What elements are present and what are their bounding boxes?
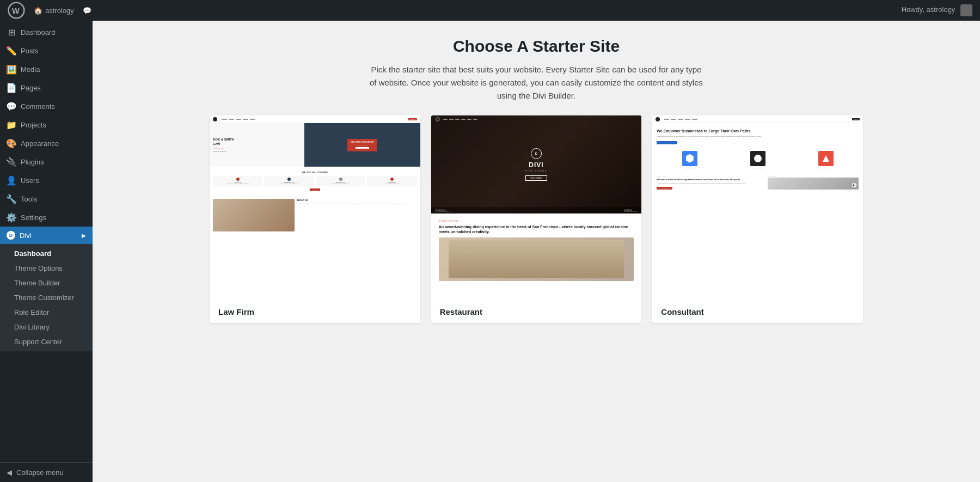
user-avatar <box>960 4 972 16</box>
divi-submenu-theme-options[interactable]: Theme Options <box>0 261 93 276</box>
lf-hero-right: GET A FREE CONSULTATION We are here to h… <box>304 123 420 167</box>
appearance-icon: 🎨 <box>7 138 16 148</box>
comments-link[interactable]: 💬 0 <box>83 7 93 15</box>
lf-logo <box>213 117 217 121</box>
sidebar-item-tools[interactable]: 🔧 Tools <box>0 190 93 208</box>
sidebar-item-divi[interactable]: D Divi ▶ <box>0 227 93 244</box>
sidebar-nav: ⊞ Dashboard ✏️ Posts 🖼️ Media 📄 Pages 💬 … <box>0 21 93 462</box>
lf-nav-links <box>222 119 255 120</box>
sidebar-item-plugins[interactable]: 🔌 Plugins <box>0 152 93 171</box>
cons-shape-branding: Branding & Marketing <box>657 151 722 169</box>
home-icon: 🏠 <box>34 7 42 15</box>
content-area: Choose A Starter Site Pick the starter s… <box>93 21 980 482</box>
cons-shapes: Branding & Marketing Community & Social <box>652 148 863 172</box>
sidebar: W 🏠 astrology 💬 0 + New ⊞ Dashboard ✏️ P… <box>0 0 93 482</box>
divi-submenu: Dashboard Theme Options Theme Builder Th… <box>0 244 93 351</box>
lf-nav: Contact Us <box>210 115 420 123</box>
restaurant-label: Restaurant <box>431 301 642 323</box>
users-icon: 👤 <box>7 175 16 185</box>
collapse-menu-button[interactable]: ◀ Collapse menu <box>0 462 93 482</box>
page-heading: Choose A Starter Site Pick the starter s… <box>103 37 969 102</box>
comments-icon: 💬 <box>7 101 16 111</box>
consultant-preview-image: HIRE US We Empower Businesses to Forge T… <box>652 115 863 301</box>
site-card-consultant[interactable]: HIRE US We Empower Businesses to Forge T… <box>652 115 863 323</box>
cons-logo <box>656 117 660 121</box>
settings-icon: ⚙️ <box>7 212 16 222</box>
divi-submenu-theme-builder[interactable]: Theme Builder <box>0 276 93 290</box>
main-admin-bar: Howdy, astrology <box>93 0 980 21</box>
divi-arrow: ▶ <box>82 233 86 239</box>
wp-logo-link[interactable]: W <box>8 2 25 19</box>
divi-submenu-theme-customizer[interactable]: Theme Customizer <box>0 290 93 305</box>
cons-about-text: ABOUT US We have a habit of delivering t… <box>657 175 763 190</box>
rest-table-image <box>439 237 634 281</box>
divi-submenu-role-editor[interactable]: Role Editor <box>0 305 93 320</box>
tools-icon: 🔧 <box>7 194 16 204</box>
sidebar-item-projects[interactable]: 📁 Projects <box>0 115 93 134</box>
comment-icon: 💬 <box>83 7 91 15</box>
divi-submenu-support-center[interactable]: Support Center <box>0 334 93 349</box>
lf-card-1: FAMILY LAW Protection of individual or o… <box>213 176 262 186</box>
sidebar-item-dashboard[interactable]: ⊞ Dashboard <box>0 23 93 41</box>
site-name-link[interactable]: 🏠 astrology <box>34 7 74 15</box>
lf-hero-title: DOE & SMITHLAW <box>213 138 301 147</box>
rest-hero: D D <box>431 115 642 213</box>
sidebar-item-appearance[interactable]: 🎨 Appearance <box>0 134 93 152</box>
restaurant-preview-image: D D <box>431 115 642 301</box>
divi-icon: D <box>7 231 15 240</box>
lf-card-4: IMMIGRATION Legal guidance and rights pr… <box>367 176 416 186</box>
cons-nav: HIRE US <box>652 115 863 123</box>
sidebar-item-comments[interactable]: 💬 Comments <box>0 97 93 115</box>
projects-icon: 📁 <box>7 120 16 130</box>
site-card-restaurant[interactable]: D D <box>431 115 642 323</box>
lf-section: WE GOT YOU COVERED FAMILY LAW Protection… <box>210 167 420 196</box>
sidebar-item-users[interactable]: 👤 Users <box>0 171 93 190</box>
lf-hero-left: DOE & SMITHLAW Experienced Legal Counsel <box>210 123 304 167</box>
rest-content: DINING SPECIAL An award-winning dining e… <box>431 213 642 301</box>
lf-cta-box: GET A FREE CONSULTATION We are here to h… <box>347 139 377 151</box>
law-firm-label: Law Firm <box>210 301 420 323</box>
law-firm-preview-image: Contact Us DOE & SMITHLAW Experienced Le… <box>210 115 420 301</box>
lf-card-3: CORPORATE LAW Various aspects of busines… <box>316 176 365 186</box>
cons-about-img: RECENT NEWS ▶ <box>768 175 859 190</box>
cons-hire-btn: HIRE US <box>852 118 860 120</box>
dashboard-icon: ⊞ <box>7 27 16 37</box>
divi-submenu-dashboard[interactable]: Dashboard <box>0 246 93 261</box>
admin-top-bar: W 🏠 astrology 💬 0 + New <box>0 0 93 21</box>
lf-cards: FAMILY LAW Protection of individual or o… <box>213 176 417 186</box>
cons-shape-community: Community & Social <box>725 151 791 169</box>
sidebar-item-media[interactable]: 🖼️ Media <box>0 60 93 78</box>
svg-text:W: W <box>12 7 20 15</box>
page-title: Choose A Starter Site <box>103 37 969 56</box>
pages-icon: 📄 <box>7 83 16 93</box>
lf-card-2: COMMERCIAL LAW Handling financial matter… <box>264 176 314 186</box>
cons-hero: We Empower Businesses to Forge Their Own… <box>652 123 863 148</box>
cons-nav-links <box>664 119 697 120</box>
media-icon: 🖼️ <box>7 64 16 74</box>
lf-hero: DOE & SMITHLAW Experienced Legal Counsel… <box>210 123 420 167</box>
posts-icon: ✏️ <box>7 46 16 56</box>
main-wrapper: Howdy, astrology Choose A Starter Site P… <box>93 0 980 482</box>
rest-logo: D DIVI FINE DINING BOOK A TABLE <box>525 148 547 181</box>
starter-sites-grid: Contact Us DOE & SMITHLAW Experienced Le… <box>210 115 863 323</box>
page-description: Pick the starter site that best suits yo… <box>367 63 705 102</box>
plugins-icon: 🔌 <box>7 157 16 167</box>
lf-contact-btn: Contact Us <box>408 118 417 120</box>
cons-about: ABOUT US We have a habit of delivering t… <box>652 172 863 193</box>
howdy-greeting: Howdy, astrology <box>902 4 972 16</box>
divi-submenu-divi-library[interactable]: Divi Library <box>0 320 93 334</box>
lf-about-text: ABOUT US At Doe, we are more than just a… <box>297 199 417 231</box>
sidebar-item-pages[interactable]: 📄 Pages <box>0 78 93 97</box>
consultant-label: Consultant <box>652 301 863 323</box>
cons-shape-growth: Growth & Team <box>793 151 859 169</box>
site-card-law-firm[interactable]: Contact Us DOE & SMITHLAW Experienced Le… <box>210 115 420 323</box>
sidebar-item-settings[interactable]: ⚙️ Settings <box>0 208 93 227</box>
collapse-icon: ◀ <box>7 468 12 477</box>
lf-about: ABOUT US At Doe, we are more than just a… <box>210 196 420 235</box>
sidebar-item-posts[interactable]: ✏️ Posts <box>0 41 93 60</box>
